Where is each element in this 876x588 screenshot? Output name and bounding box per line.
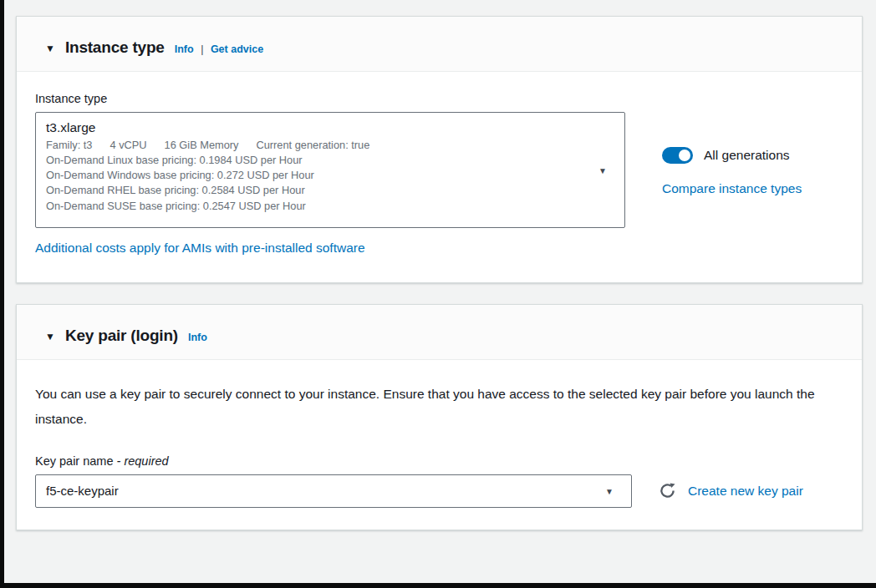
key-pair-section-title: Key pair (login) — [65, 327, 178, 345]
instance-type-field-label: Instance type — [35, 92, 845, 105]
all-generations-label: All generations — [704, 148, 790, 163]
header-links: Info | Get advice — [175, 43, 263, 55]
spec-vcpu: 4 vCPU — [110, 139, 146, 151]
get-advice-link[interactable]: Get advice — [211, 43, 263, 55]
instance-type-side-column: All generations Compare instance types — [662, 112, 802, 196]
link-separator: | — [201, 43, 203, 55]
info-link[interactable]: Info — [188, 332, 207, 343]
collapse-caret-icon[interactable]: ▼ — [45, 43, 55, 54]
instance-type-section-header[interactable]: ▼ Instance type Info | Get advice — [17, 17, 862, 72]
pricing-line-linux: On-Demand Linux base pricing: 0.1984 USD… — [46, 153, 584, 168]
instance-type-section: ▼ Instance type Info | Get advice Instan… — [16, 16, 863, 283]
key-pair-section: ▼ Key pair (login) Info You can use a ke… — [16, 304, 863, 530]
spec-memory: 16 GiB Memory — [165, 139, 239, 151]
page-content: ▼ Instance type Info | Get advice Instan… — [4, 0, 876, 530]
key-pair-section-body: You can use a key pair to securely conne… — [17, 360, 862, 530]
info-link[interactable]: Info — [175, 43, 194, 55]
pricing-line-rhel: On-Demand RHEL base pricing: 0.2584 USD … — [46, 183, 584, 198]
key-pair-description: You can use a key pair to securely conne… — [35, 382, 831, 432]
key-pair-side-actions: Create new key pair — [660, 474, 803, 508]
instance-specs: Family: t34 vCPU16 GiB MemoryCurrent gen… — [46, 138, 584, 153]
pricing-line-windows: On-Demand Windows base pricing: 0.272 US… — [46, 168, 584, 183]
required-indicator: - required — [117, 454, 169, 468]
compare-instance-types-link[interactable]: Compare instance types — [662, 181, 802, 196]
refresh-key-pairs-button[interactable] — [660, 483, 675, 499]
spec-family: Family: t3 — [46, 139, 92, 151]
ami-costs-link[interactable]: Additional costs apply for AMIs with pre… — [35, 241, 365, 256]
toggle-knob — [679, 150, 690, 161]
all-generations-toggle[interactable] — [662, 147, 693, 164]
pricing-line-suse: On-Demand SUSE base pricing: 0.2547 USD … — [46, 199, 584, 214]
dropdown-caret-icon: ▼ — [605, 486, 614, 495]
spec-generation: Current generation: true — [256, 139, 369, 151]
key-pair-name-label: Key pair name - required — [35, 454, 845, 468]
key-pair-select[interactable]: f5-ce-keypair ▼ — [35, 474, 632, 508]
key-pair-section-header[interactable]: ▼ Key pair (login) Info — [17, 305, 862, 360]
create-new-key-pair-link[interactable]: Create new key pair — [688, 484, 803, 499]
collapse-caret-icon[interactable]: ▼ — [45, 331, 55, 342]
all-generations-toggle-row[interactable]: All generations — [662, 147, 802, 164]
instance-type-section-body: Instance type t3.xlarge Family: t34 vCPU… — [17, 72, 862, 282]
selected-instance-type: t3.xlarge — [46, 120, 584, 135]
refresh-icon — [660, 483, 675, 499]
instance-type-select[interactable]: t3.xlarge Family: t34 vCPU16 GiB MemoryC… — [35, 112, 625, 228]
instance-type-section-title: Instance type — [65, 38, 165, 57]
selected-key-pair: f5-ce-keypair — [46, 484, 119, 498]
dropdown-caret-icon: ▼ — [598, 165, 607, 175]
header-links: Info — [188, 332, 207, 343]
